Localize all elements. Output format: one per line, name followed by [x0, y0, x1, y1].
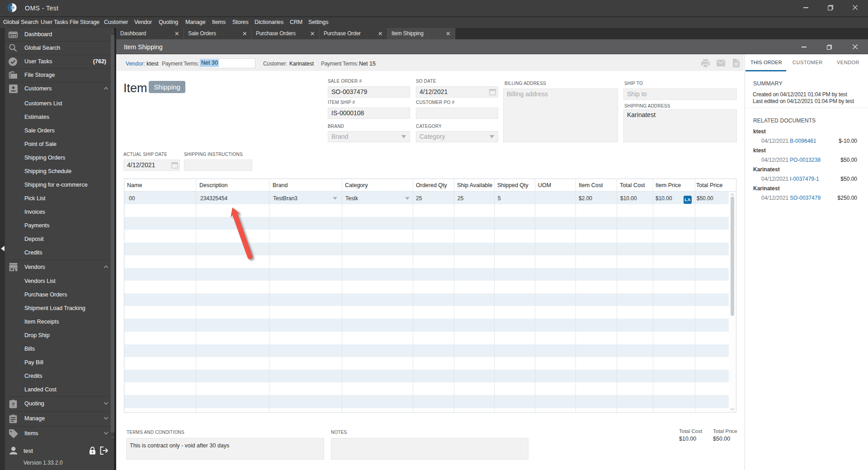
svg-text:?: ?: [11, 402, 14, 407]
